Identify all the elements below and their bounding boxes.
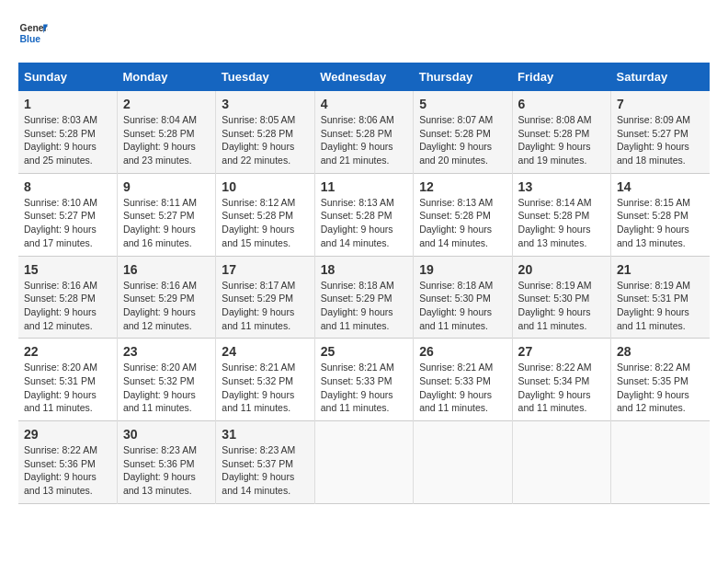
day-number: 25 — [321, 344, 407, 359]
day-info: Sunrise: 8:04 AMSunset: 5:28 PMDaylight:… — [123, 114, 197, 166]
day-number: 3 — [222, 97, 308, 111]
day-number: 26 — [419, 344, 506, 359]
day-info: Sunrise: 8:19 AMSunset: 5:31 PMDaylight:… — [617, 280, 690, 331]
day-info: Sunrise: 8:21 AMSunset: 5:33 PMDaylight:… — [419, 362, 493, 413]
calendar-table: SundayMondayTuesdayWednesdayThursdayFrid… — [18, 63, 710, 504]
calendar-cell: 5Sunrise: 8:07 AMSunset: 5:28 PMDaylight… — [414, 91, 512, 173]
day-number: 19 — [419, 262, 506, 277]
day-number: 17 — [222, 262, 308, 277]
weekday-header-friday: Friday — [512, 63, 610, 91]
calendar-cell: 9Sunrise: 8:11 AMSunset: 5:27 PMDaylight… — [117, 173, 215, 256]
calendar-cell: 19Sunrise: 8:18 AMSunset: 5:30 PMDayligh… — [414, 256, 512, 339]
day-number: 23 — [123, 344, 210, 359]
calendar-cell: 23Sunrise: 8:20 AMSunset: 5:32 PMDayligh… — [117, 339, 215, 421]
weekday-header-thursday: Thursday — [414, 63, 512, 91]
day-number: 29 — [24, 427, 111, 442]
day-number: 2 — [123, 97, 210, 111]
weekday-header-row: SundayMondayTuesdayWednesdayThursdayFrid… — [18, 63, 710, 91]
calendar-cell: 20Sunrise: 8:19 AMSunset: 5:30 PMDayligh… — [512, 256, 610, 339]
day-info: Sunrise: 8:22 AMSunset: 5:34 PMDaylight:… — [518, 362, 592, 413]
day-number: 15 — [24, 262, 111, 277]
day-number: 18 — [321, 262, 407, 277]
day-info: Sunrise: 8:18 AMSunset: 5:29 PMDaylight:… — [321, 280, 394, 331]
day-info: Sunrise: 8:22 AMSunset: 5:35 PMDaylight:… — [617, 362, 690, 413]
day-number: 8 — [24, 179, 111, 194]
day-number: 7 — [617, 97, 704, 111]
day-info: Sunrise: 8:14 AMSunset: 5:28 PMDaylight:… — [518, 197, 592, 248]
calendar-week-row: 1Sunrise: 8:03 AMSunset: 5:28 PMDaylight… — [18, 91, 710, 173]
calendar-cell: 10Sunrise: 8:12 AMSunset: 5:28 PMDayligh… — [216, 173, 314, 256]
calendar-cell: 21Sunrise: 8:19 AMSunset: 5:31 PMDayligh… — [611, 256, 710, 339]
calendar-week-row: 22Sunrise: 8:20 AMSunset: 5:31 PMDayligh… — [18, 339, 710, 421]
day-number: 10 — [222, 179, 308, 194]
day-info: Sunrise: 8:06 AMSunset: 5:28 PMDaylight:… — [321, 114, 394, 166]
calendar-cell: 12Sunrise: 8:13 AMSunset: 5:28 PMDayligh… — [414, 173, 512, 256]
calendar-cell — [512, 421, 610, 504]
calendar-cell: 27Sunrise: 8:22 AMSunset: 5:34 PMDayligh… — [512, 339, 610, 421]
day-info: Sunrise: 8:07 AMSunset: 5:28 PMDaylight:… — [419, 114, 493, 166]
day-info: Sunrise: 8:16 AMSunset: 5:28 PMDaylight:… — [24, 280, 97, 331]
calendar-cell: 4Sunrise: 8:06 AMSunset: 5:28 PMDaylight… — [314, 91, 413, 173]
day-info: Sunrise: 8:10 AMSunset: 5:27 PMDaylight:… — [24, 197, 97, 248]
calendar-cell — [611, 421, 710, 504]
day-number: 6 — [518, 97, 605, 111]
day-info: Sunrise: 8:09 AMSunset: 5:27 PMDaylight:… — [617, 114, 690, 166]
calendar-cell: 13Sunrise: 8:14 AMSunset: 5:28 PMDayligh… — [512, 173, 610, 256]
calendar-cell: 14Sunrise: 8:15 AMSunset: 5:28 PMDayligh… — [611, 173, 710, 256]
calendar-cell: 7Sunrise: 8:09 AMSunset: 5:27 PMDaylight… — [611, 91, 710, 173]
day-number: 14 — [617, 179, 704, 194]
day-info: Sunrise: 8:21 AMSunset: 5:32 PMDaylight:… — [222, 362, 295, 413]
calendar-cell: 2Sunrise: 8:04 AMSunset: 5:28 PMDaylight… — [117, 91, 215, 173]
day-info: Sunrise: 8:19 AMSunset: 5:30 PMDaylight:… — [518, 280, 592, 331]
calendar-cell: 28Sunrise: 8:22 AMSunset: 5:35 PMDayligh… — [611, 339, 710, 421]
day-info: Sunrise: 8:22 AMSunset: 5:36 PMDaylight:… — [24, 444, 97, 496]
calendar-cell: 3Sunrise: 8:05 AMSunset: 5:28 PMDaylight… — [216, 91, 314, 173]
calendar-cell: 17Sunrise: 8:17 AMSunset: 5:29 PMDayligh… — [216, 256, 314, 339]
calendar-cell: 26Sunrise: 8:21 AMSunset: 5:33 PMDayligh… — [414, 339, 512, 421]
day-number: 22 — [24, 344, 111, 359]
day-number: 4 — [321, 97, 407, 111]
calendar-cell: 6Sunrise: 8:08 AMSunset: 5:28 PMDaylight… — [512, 91, 610, 173]
day-number: 31 — [222, 427, 308, 442]
day-info: Sunrise: 8:13 AMSunset: 5:28 PMDaylight:… — [419, 197, 493, 248]
day-number: 21 — [617, 262, 704, 277]
day-info: Sunrise: 8:23 AMSunset: 5:37 PMDaylight:… — [222, 444, 295, 496]
weekday-header-tuesday: Tuesday — [216, 63, 314, 91]
logo: General Blue — [18, 18, 48, 48]
calendar-week-row: 8Sunrise: 8:10 AMSunset: 5:27 PMDaylight… — [18, 173, 710, 256]
day-info: Sunrise: 8:11 AMSunset: 5:27 PMDaylight:… — [123, 197, 197, 248]
calendar-cell: 8Sunrise: 8:10 AMSunset: 5:27 PMDaylight… — [18, 173, 117, 256]
day-info: Sunrise: 8:17 AMSunset: 5:29 PMDaylight:… — [222, 280, 295, 331]
day-number: 28 — [617, 344, 704, 359]
day-number: 9 — [123, 179, 210, 194]
day-info: Sunrise: 8:13 AMSunset: 5:28 PMDaylight:… — [321, 197, 394, 248]
day-info: Sunrise: 8:20 AMSunset: 5:32 PMDaylight:… — [123, 362, 197, 413]
day-number: 16 — [123, 262, 210, 277]
calendar-cell: 25Sunrise: 8:21 AMSunset: 5:33 PMDayligh… — [314, 339, 413, 421]
day-number: 12 — [419, 179, 506, 194]
day-info: Sunrise: 8:16 AMSunset: 5:29 PMDaylight:… — [123, 280, 197, 331]
day-number: 27 — [518, 344, 605, 359]
svg-text:Blue: Blue — [20, 34, 41, 44]
calendar-cell: 29Sunrise: 8:22 AMSunset: 5:36 PMDayligh… — [18, 421, 117, 504]
weekday-header-wednesday: Wednesday — [314, 63, 413, 91]
day-number: 13 — [518, 179, 605, 194]
day-info: Sunrise: 8:20 AMSunset: 5:31 PMDaylight:… — [24, 362, 97, 413]
day-number: 1 — [24, 97, 111, 111]
page-header: General Blue — [18, 18, 710, 48]
calendar-cell: 15Sunrise: 8:16 AMSunset: 5:28 PMDayligh… — [18, 256, 117, 339]
day-number: 20 — [518, 262, 605, 277]
calendar-cell: 1Sunrise: 8:03 AMSunset: 5:28 PMDaylight… — [18, 91, 117, 173]
weekday-header-saturday: Saturday — [611, 63, 710, 91]
calendar-week-row: 29Sunrise: 8:22 AMSunset: 5:36 PMDayligh… — [18, 421, 710, 504]
day-number: 24 — [222, 344, 308, 359]
day-info: Sunrise: 8:23 AMSunset: 5:36 PMDaylight:… — [123, 444, 197, 496]
day-number: 11 — [321, 179, 407, 194]
day-number: 5 — [419, 97, 506, 111]
calendar-cell: 30Sunrise: 8:23 AMSunset: 5:36 PMDayligh… — [117, 421, 215, 504]
calendar-week-row: 15Sunrise: 8:16 AMSunset: 5:28 PMDayligh… — [18, 256, 710, 339]
day-info: Sunrise: 8:12 AMSunset: 5:28 PMDaylight:… — [222, 197, 295, 248]
day-info: Sunrise: 8:21 AMSunset: 5:33 PMDaylight:… — [321, 362, 394, 413]
logo-icon: General Blue — [18, 18, 48, 48]
calendar-cell — [414, 421, 512, 504]
